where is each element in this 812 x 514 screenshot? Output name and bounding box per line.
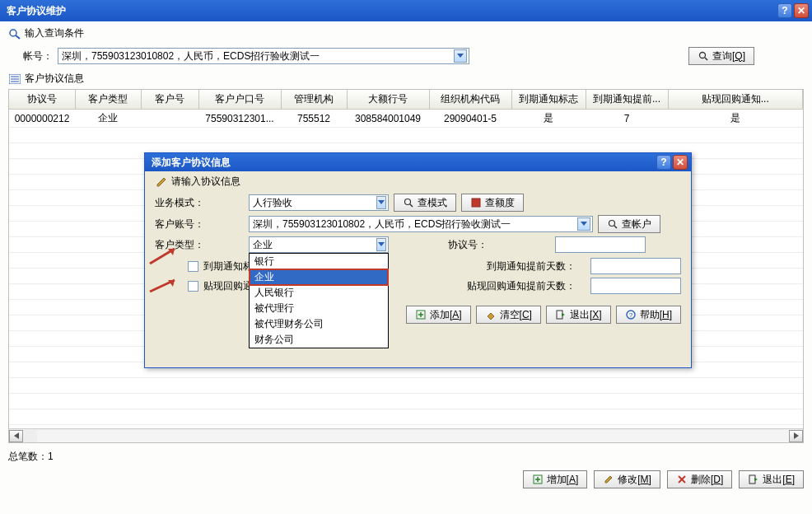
titlebar-close-button[interactable]: ✕ [794, 3, 809, 18]
svg-text:?: ? [628, 311, 632, 319]
delete-button[interactable]: 删除[D] [667, 470, 732, 488]
dialog-button-bar: 添加[A] 清空[C] 退出[X] ? 帮助[H] [155, 306, 681, 324]
cust-type-label: 客户类型： [155, 238, 208, 252]
biz-mode-input[interactable] [253, 197, 376, 208]
dialog-help-button[interactable]: ? 帮助[H] [616, 306, 681, 324]
cell-mgmt-org: 755512 [281, 110, 347, 128]
dialog-exit-button[interactable]: 退出[X] [546, 306, 611, 324]
info-section-label: 客户协议信息 [25, 72, 84, 86]
cell-due-flag: 是 [511, 110, 586, 128]
due-notice-checkbox[interactable] [188, 261, 198, 272]
footer-row: 总笔数：1 [0, 446, 812, 467]
pencil-icon [155, 176, 168, 188]
total-value: 1 [48, 451, 54, 462]
col-due-advance[interactable]: 到期通知提前... [586, 90, 668, 110]
dialog-add-button[interactable]: 添加[A] [406, 306, 471, 324]
cell-org-code: 29090401-5 [429, 110, 511, 128]
disc-notice-checkbox[interactable] [188, 281, 198, 292]
dropdown-option-bank[interactable]: 银行 [250, 254, 388, 269]
plus-icon [415, 309, 427, 320]
scroll-right-icon[interactable] [789, 430, 803, 442]
cust-type-dropdown: 银行 企业 人民银行 被代理行 被代理财务公司 财务公司 [249, 253, 389, 348]
col-due-flag[interactable]: 到期通知标志 [511, 90, 586, 110]
scroll-left-icon[interactable] [9, 430, 23, 442]
horizontal-scrollbar[interactable] [9, 428, 803, 442]
check-quota-button[interactable]: 查额度 [461, 194, 524, 212]
disc-days-input[interactable] [590, 278, 681, 294]
agreement-no-input[interactable] [555, 236, 646, 253]
exit-button[interactable]: 退出[E] [739, 470, 804, 488]
dropdown-option-pboc[interactable]: 人民银行 [250, 285, 388, 301]
svg-line-22 [410, 204, 413, 207]
scrollbar-track[interactable] [37, 430, 789, 442]
dialog-section-header: 请输入协议信息 [155, 175, 681, 189]
check-mode-button[interactable]: 查模式 [394, 194, 456, 212]
dialog-body: 请输入协议信息 业务模式： 查模式 查额度 客户账号： [145, 171, 691, 330]
svg-marker-14 [605, 476, 612, 483]
chevron-down-icon[interactable] [376, 196, 386, 209]
magnifier-icon [8, 28, 21, 40]
dialog-clear-button[interactable]: 清空[C] [476, 306, 541, 324]
dropdown-option-agent-bank[interactable]: 被代理行 [250, 301, 388, 316]
query-button[interactable]: 查询[Q] [688, 47, 754, 65]
check-account-button[interactable]: 查帐户 [598, 215, 660, 233]
svg-marker-31 [488, 313, 494, 320]
svg-marker-2 [457, 54, 464, 58]
dropdown-option-finco[interactable]: 财务公司 [250, 332, 388, 348]
dialog-title: 添加客户协议信息 [152, 156, 231, 170]
svg-marker-10 [794, 432, 799, 439]
titlebar-help-button[interactable]: ? [777, 3, 792, 18]
add-button[interactable]: 增加[A] [523, 470, 588, 488]
cust-acct-input[interactable] [253, 218, 577, 230]
dialog-titlebar: 添加客户协议信息 ? ✕ [145, 153, 691, 171]
cust-acct-combo[interactable] [249, 216, 593, 232]
edit-button[interactable]: 修改[M] [594, 470, 660, 488]
svg-marker-20 [378, 200, 385, 204]
dialog-help-button[interactable]: ? [656, 155, 671, 170]
chevron-down-icon[interactable] [376, 238, 386, 251]
cust-type-input[interactable] [253, 239, 376, 250]
col-cust-no[interactable]: 客户号 [141, 90, 198, 110]
svg-line-26 [614, 226, 617, 228]
account-input[interactable] [62, 50, 454, 62]
dialog-close-button[interactable]: ✕ [673, 155, 688, 170]
col-cust-type[interactable]: 客户类型 [75, 90, 141, 110]
dropdown-option-enterprise[interactable]: 企业 [250, 269, 388, 285]
main-titlebar: 客户协议维护 ? ✕ [0, 0, 812, 21]
exit-icon [555, 309, 567, 320]
svg-marker-19 [157, 178, 166, 186]
table-header-row: 协议号 客户类型 客户号 客户户口号 管理机构 大额行号 组织机构代码 到期通知… [9, 90, 803, 110]
cell-cust-no [141, 110, 198, 128]
query-section-header: 输入查询条件 [8, 26, 804, 40]
svg-point-0 [10, 30, 16, 36]
cell-due-advance: 7 [586, 110, 668, 128]
question-icon: ? [625, 309, 637, 320]
due-days-input[interactable] [590, 258, 681, 274]
titlebar-controls: ? ✕ [777, 3, 809, 18]
chevron-down-icon[interactable] [454, 49, 467, 63]
col-agreement-no[interactable]: 协议号 [9, 90, 75, 110]
agreement-no-label: 协议号： [448, 238, 488, 252]
table-row [9, 394, 803, 409]
x-icon [676, 474, 688, 485]
chevron-down-icon[interactable] [577, 217, 590, 231]
col-disc-flag[interactable]: 贴现回购通知... [668, 90, 803, 110]
biz-mode-combo[interactable] [249, 194, 389, 211]
eraser-icon [485, 309, 497, 320]
cust-acct-label: 客户账号： [155, 217, 208, 231]
biz-mode-row: 业务模式： 查模式 查额度 [155, 194, 681, 212]
table-row [9, 378, 803, 394]
col-cust-acct[interactable]: 客户户口号 [198, 90, 281, 110]
cust-type-combo[interactable]: 银行 企业 人民银行 被代理行 被代理财务公司 财务公司 [249, 236, 389, 253]
disc-days-label: 贴现回购通知提前天数： [467, 279, 576, 293]
col-mgmt-org[interactable]: 管理机构 [281, 90, 347, 110]
dropdown-option-agent-finco[interactable]: 被代理财务公司 [250, 316, 388, 332]
list-icon [8, 73, 21, 85]
col-large-bank[interactable]: 大额行号 [347, 90, 429, 110]
account-combo[interactable] [58, 48, 469, 64]
biz-mode-label: 业务模式： [155, 196, 208, 210]
svg-marker-33 [562, 313, 565, 316]
col-org-code[interactable]: 组织机构代码 [429, 90, 511, 110]
table-row[interactable]: 0000000212 企业 75590312301... 755512 3085… [9, 110, 803, 128]
svg-marker-9 [14, 432, 19, 439]
